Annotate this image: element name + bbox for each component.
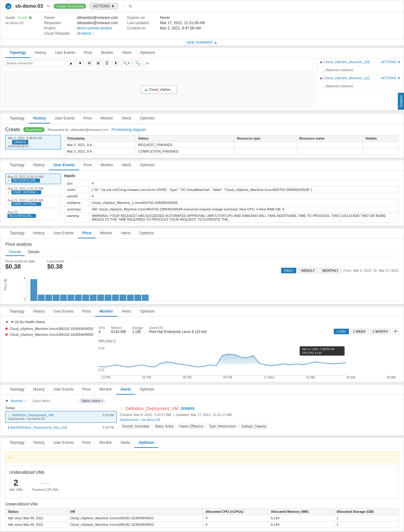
tab-user-events-topo[interactable]: User Events <box>50 48 79 58</box>
topology-body: ▲ ▼ ⚙ ⊞ ☰ ⬆ 🔍+ 🔍- ≫ ☁ Cloud_vSpher... <box>0 58 404 110</box>
tab-optimize-hist[interactable]: Optimize <box>136 114 159 123</box>
monitor-vm-1[interactable]: Cloud_vSphere_Machine-1mcm306192-1630936… <box>5 332 93 337</box>
daily-btn[interactable]: DAILY <box>281 268 296 273</box>
ue-event-3[interactable]: Aug 15, RECONFIGURE... <box>5 209 61 219</box>
tab-price-mon[interactable]: Price <box>78 307 95 317</box>
monitor-vm-0[interactable]: Cloud_vSphere_Machine-1mcm306191-1630936… <box>5 326 93 331</box>
support-tab[interactable]: Support <box>398 93 404 110</box>
topo-list-btn[interactable]: ☰ <box>103 60 111 66</box>
tab-alerts-topo[interactable]: Alerts <box>118 48 136 58</box>
1week-btn[interactable]: 1 WEEK <box>350 329 369 334</box>
tab-price-hist[interactable]: Price <box>79 114 96 123</box>
resource-name-1[interactable]: Cloud_vSphere_Machine_1[1] <box>324 76 370 80</box>
tab-history-al[interactable]: History <box>29 385 49 395</box>
tab-optimize-ue[interactable]: Optimize <box>136 160 159 170</box>
underutilized-title: Underutilized VMs <box>9 470 395 475</box>
tab-optimize-mon[interactable]: Optimize <box>136 307 159 317</box>
tab-topology-hist[interactable]: Topology <box>5 114 29 123</box>
project-link[interactable]: demo-vcenter-project <box>77 26 112 30</box>
tab-user-events-mon[interactable]: User Events <box>49 307 78 317</box>
tab-history-mon[interactable]: History <box>29 307 49 317</box>
resource-name-0[interactable]: Cloud_vSphere_Machine_1[0] <box>324 60 370 64</box>
tab-monitor-ue[interactable]: Monitor <box>96 160 117 170</box>
monthly-btn[interactable]: MONTHLY <box>319 268 341 273</box>
tab-user-events-opt[interactable]: User Events <box>49 438 78 448</box>
tab-monitor-hist[interactable]: Monitor <box>96 114 117 123</box>
tab-topology-ue[interactable]: Topology <box>5 160 29 170</box>
tab-monitor-al[interactable]: Monitor <box>95 385 116 395</box>
expand-chevron-1[interactable]: ▶ <box>320 76 323 80</box>
tab-alerts-ue[interactable]: Alerts <box>117 160 136 170</box>
edit-icon[interactable]: ✏ <box>47 4 50 8</box>
topo-settings-btn[interactable]: ⚙ <box>86 60 93 66</box>
alert-path[interactable]: Deployment > sb-demo-03 <box>120 418 399 422</box>
price-subtab-details[interactable]: Details <box>24 249 43 256</box>
cloud-template-link[interactable]: sb-demo ↓ <box>77 31 94 36</box>
severity-label[interactable]: Severity ~ <box>11 399 26 403</box>
resource-actions-1[interactable]: ACTIONS ▼ <box>381 76 401 80</box>
tab-user-events-ue[interactable]: User Events <box>49 160 79 170</box>
tab-monitor-topo[interactable]: Monitor <box>97 48 118 58</box>
tab-user-events-hist[interactable]: User Events <box>50 114 79 123</box>
tab-alerts-opt[interactable]: Alerts <box>116 438 134 448</box>
history-event-item[interactable]: Mar 2, 2021, 8:48:58 AM ✓ CREATE sbhanda… <box>5 135 61 149</box>
tab-topology-opt[interactable]: Topology <box>5 438 29 448</box>
ue-event-2[interactable]: Aug 15, 2022, 6:46:02 AM ✓ USER_INTERAC.… <box>5 197 61 208</box>
tab-topology[interactable]: Topology <box>5 48 30 58</box>
search-input[interactable] <box>3 60 65 66</box>
vm-node[interactable]: ☁ Cloud_vSpher... <box>141 85 176 94</box>
weekly-btn[interactable]: WEEKLY <box>298 268 318 273</box>
refresh-button[interactable]: ↻ <box>129 4 132 9</box>
actions-button[interactable]: ACTIONS ▼ <box>90 3 118 10</box>
tab-monitor-mon[interactable]: Monitor <box>95 307 117 317</box>
input-key-vmName: vmName <box>64 200 89 206</box>
refresh-monitor-btn[interactable]: ↺ <box>392 328 399 335</box>
ue-event-1[interactable]: Aug 15, 2022, 6:47:22 AM ✓ USER_INTERAC.… <box>5 185 61 196</box>
hide-summary-button[interactable]: HIDE SUMMARY ▲ <box>0 39 404 45</box>
1month-btn[interactable]: 1 MONTH <box>370 329 391 334</box>
price-subtab-overall[interactable]: Overall <box>5 249 24 256</box>
tab-price-al[interactable]: Price <box>78 385 95 395</box>
tab-user-events-pr[interactable]: User Events <box>49 228 78 238</box>
tab-history-opt[interactable]: History <box>29 438 49 448</box>
tab-topology-pr[interactable]: Topology <box>5 228 29 238</box>
tab-price-pr[interactable]: Price <box>78 228 96 238</box>
topo-expand-icon[interactable]: ≫ <box>145 61 150 66</box>
tab-monitor-pr[interactable]: Monitor <box>96 228 117 238</box>
topo-zoom-in-btn[interactable]: 🔍+ <box>121 60 132 66</box>
tab-topology-al[interactable]: Topology <box>5 385 29 395</box>
tab-topology-mon[interactable]: Topology <box>5 307 29 317</box>
tab-optimize-al[interactable]: Optimize <box>135 385 159 395</box>
tab-history-topo[interactable]: History <box>30 48 50 58</box>
resource-actions-0[interactable]: ACTIONS ▼ <box>381 60 401 64</box>
topo-grid-btn[interactable]: ⊞ <box>95 60 102 66</box>
tab-alerts-hist[interactable]: Alerts <box>117 114 136 123</box>
tab-price-ue[interactable]: Price <box>79 160 96 170</box>
tab-alerts-mon[interactable]: Alerts <box>117 307 136 317</box>
input-row-warning: warning WARNING: YOUR REQUEST HAS EXCEED… <box>64 213 399 223</box>
tab-monitor-opt[interactable]: Monitor <box>95 438 116 448</box>
tab-user-events-al[interactable]: User Events <box>49 385 78 395</box>
ue-event-0[interactable]: Aug 15, 2022, 6:58:14 AM ✓ RECONFIGURE..… <box>5 174 61 184</box>
tab-price-topo[interactable]: Price <box>80 48 97 58</box>
topo-up-btn[interactable]: ▲ <box>67 60 75 66</box>
alert-item-1[interactable]: ℹ AlertDefinition_Deployment_has_cost 4:… <box>5 423 117 432</box>
tab-history-hist[interactable]: History <box>29 114 50 123</box>
dismiss-button[interactable]: DISMISS <box>181 407 195 410</box>
tab-history-pr[interactable]: History <box>29 228 49 238</box>
topo-zoom-out-btn[interactable]: 🔍- <box>133 60 143 66</box>
tab-price-opt[interactable]: Price <box>78 438 95 448</box>
provisioning-link[interactable]: Provisioning diagram <box>111 128 146 132</box>
topo-export-btn[interactable]: ⬆ <box>112 60 119 66</box>
tab-optimize-pr[interactable]: Optimize <box>135 228 158 238</box>
topo-down-btn[interactable]: ▼ <box>76 60 84 66</box>
1day-btn[interactable]: 1 DAY <box>334 329 349 334</box>
tab-optimize-opt[interactable]: Optimize <box>134 438 159 448</box>
quick-filters-input[interactable] <box>30 398 77 404</box>
tab-optimize-topo[interactable]: Optimize <box>136 48 159 58</box>
alert-item-0[interactable]: ⚠ Definition_Deployment_VM 3:20 AM Deplo… <box>5 411 117 423</box>
expand-chevron-0[interactable]: ▶ <box>320 60 323 64</box>
tab-alerts-al[interactable]: Alerts <box>116 385 135 395</box>
tab-history-ue[interactable]: History <box>29 160 49 170</box>
tab-alerts-pr[interactable]: Alerts <box>117 228 135 238</box>
